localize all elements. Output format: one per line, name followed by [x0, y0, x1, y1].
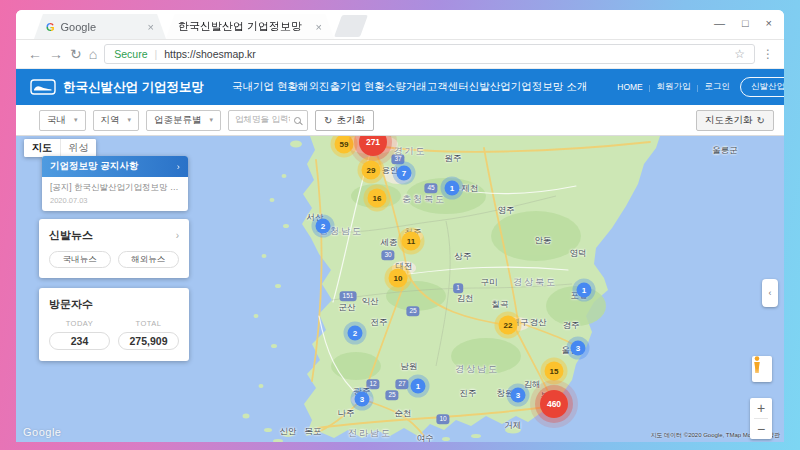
- google-logo[interactable]: Google: [23, 426, 61, 438]
- cluster-marker[interactable]: 3: [571, 341, 586, 356]
- search-placeholder: 업체명을 입력하세요.: [235, 114, 290, 126]
- filter-select[interactable]: 국내▾: [39, 110, 86, 131]
- cluster-marker[interactable]: 7: [397, 166, 412, 181]
- bookmark-star-icon[interactable]: ☆: [734, 47, 745, 61]
- cluster-marker[interactable]: 22: [499, 316, 518, 335]
- tab-label: Google: [61, 21, 142, 33]
- chevron-down-icon: ▾: [128, 116, 132, 124]
- reset-button[interactable]: ↻ 초기화: [315, 110, 374, 131]
- map-label: 칠곡: [492, 299, 509, 311]
- map-label: 군산: [339, 302, 356, 314]
- cluster-marker[interactable]: 15: [545, 362, 564, 381]
- google-favicon: G: [46, 21, 55, 33]
- site-title: 한국신발산업 기업정보망: [63, 79, 204, 96]
- close-icon[interactable]: ×: [766, 17, 772, 29]
- news-category-button[interactable]: 국내뉴스: [49, 251, 111, 268]
- tab-shoesmap[interactable]: 한국신발산업 기업정보망 ×: [166, 14, 334, 39]
- address-bar[interactable]: Secure | https://shoesmap.kr ☆: [104, 44, 755, 64]
- map-label: 전주: [371, 317, 388, 329]
- search-icon[interactable]: [294, 117, 301, 124]
- map-type-tab-map[interactable]: 지도: [24, 139, 60, 157]
- news-category-button[interactable]: 해외뉴스: [118, 251, 180, 268]
- close-tab-icon[interactable]: ×: [148, 21, 154, 33]
- nav-utility-link[interactable]: 회원가입: [657, 81, 691, 93]
- cluster-marker[interactable]: 271: [359, 136, 387, 156]
- notice-item[interactable]: [공지] 한국신발산업기업정보망 홈페이지가 오픈...: [50, 182, 180, 194]
- nav-menu-item[interactable]: 고객센터: [427, 80, 469, 94]
- site-navbar: 한국신발산업 기업정보망 국내기업 현황해외진출기업 현황소량거래고객센터신발산…: [16, 69, 784, 105]
- visitors-title: 방문자수: [49, 297, 93, 312]
- nav-menu-item[interactable]: 신발산업기업정보망 소개: [469, 80, 587, 94]
- map-label: 진주: [460, 388, 477, 400]
- cluster-marker[interactable]: 1: [411, 379, 426, 394]
- url-text[interactable]: https://shoesmap.kr: [164, 48, 727, 60]
- divider: |: [154, 48, 157, 60]
- cluster-marker[interactable]: 2: [348, 326, 363, 341]
- total-count: 275,909: [118, 332, 179, 350]
- nav-utility-link[interactable]: HOME: [617, 82, 643, 92]
- map-label: 원주: [445, 153, 462, 165]
- tab-label: 한국신발산업 기업정보망: [178, 19, 310, 34]
- nav-menu: 국내기업 현황해외진출기업 현황소량거래고객센터신발산업기업정보망 소개: [232, 80, 587, 94]
- cluster-marker[interactable]: 10: [389, 269, 408, 288]
- filter-select[interactable]: 지역▾: [93, 110, 140, 131]
- map-label: 경주: [563, 320, 580, 332]
- road-shield: 30: [381, 250, 394, 260]
- cluster-marker[interactable]: 16: [368, 189, 387, 208]
- home-icon[interactable]: ⌂: [89, 47, 97, 61]
- map-type-tab-satellite[interactable]: 위성: [60, 139, 96, 157]
- nav-utility: HOME|회원가입|로그인: [617, 81, 730, 93]
- nav-menu-item[interactable]: 국내기업 현황: [232, 80, 298, 94]
- chevron-right-icon[interactable]: ›: [176, 230, 179, 241]
- map-label: 경산: [530, 317, 547, 329]
- cluster-marker[interactable]: 3: [511, 388, 526, 403]
- reload-icon[interactable]: ↻: [70, 47, 82, 61]
- company-search-input[interactable]: 업체명을 입력하세요.: [228, 110, 308, 131]
- cluster-marker[interactable]: 11: [402, 232, 421, 251]
- minimize-icon[interactable]: —: [714, 17, 725, 29]
- road-shield: 27: [395, 379, 408, 389]
- today-label: TODAY: [49, 319, 110, 328]
- map-label: 여수: [417, 433, 434, 442]
- map-label: 제천: [462, 183, 479, 195]
- divider: |: [649, 84, 651, 91]
- maximize-icon[interactable]: □: [742, 17, 749, 29]
- notice-date: 2020.07.03: [50, 196, 180, 205]
- collapse-panel-tab[interactable]: ‹: [762, 279, 778, 307]
- forward-icon[interactable]: →: [49, 47, 63, 61]
- chevron-down-icon: ▾: [210, 116, 214, 124]
- new-tab-button[interactable]: [334, 15, 368, 37]
- browser-menu-icon[interactable]: ⋮: [762, 47, 774, 61]
- map-label: 전라남도: [348, 427, 392, 440]
- tab-google[interactable]: G Google ×: [34, 14, 166, 39]
- site-brand[interactable]: 한국신발산업 기업정보망: [30, 79, 204, 96]
- pegman-control[interactable]: [752, 356, 772, 382]
- map-label: 상주: [455, 251, 472, 263]
- notice-panel-header[interactable]: 기업정보망 공지사항 ›: [42, 156, 188, 177]
- reset-label: 초기화: [336, 114, 365, 127]
- cluster-marker[interactable]: 460: [540, 390, 568, 418]
- filter-select-value: 지역: [101, 114, 120, 127]
- news-panel: 신발뉴스 › 국내뉴스해외뉴스: [39, 219, 189, 278]
- road-shield: 151: [340, 291, 357, 301]
- chevron-right-icon: ›: [177, 161, 180, 172]
- cluster-marker[interactable]: 2: [316, 219, 331, 234]
- map-reset-button[interactable]: 지도초기화 ↻: [696, 110, 774, 131]
- nav-utility-link[interactable]: 로그인: [704, 81, 730, 93]
- promotion-center-button[interactable]: 신발산업진흥센터: [740, 77, 784, 97]
- filter-select[interactable]: 업종분류별▾: [146, 110, 221, 131]
- cluster-marker[interactable]: 59: [335, 136, 354, 154]
- road-shield: 25: [406, 306, 419, 316]
- close-tab-icon[interactable]: ×: [316, 21, 322, 33]
- map-label: 경상북도: [513, 276, 557, 289]
- cluster-marker[interactable]: 3: [355, 392, 370, 407]
- zoom-out-button[interactable]: −: [750, 419, 772, 439]
- nav-menu-item[interactable]: 해외진출기업 현황: [298, 80, 385, 94]
- cluster-marker[interactable]: 29: [362, 161, 381, 180]
- cluster-marker[interactable]: 1: [445, 181, 460, 196]
- filter-selects: 국내▾지역▾업종분류별▾: [39, 110, 221, 131]
- zoom-in-button[interactable]: +: [750, 398, 772, 418]
- back-icon[interactable]: ←: [28, 47, 42, 61]
- nav-menu-item[interactable]: 소량거래: [385, 80, 427, 94]
- cluster-marker[interactable]: 1: [577, 283, 592, 298]
